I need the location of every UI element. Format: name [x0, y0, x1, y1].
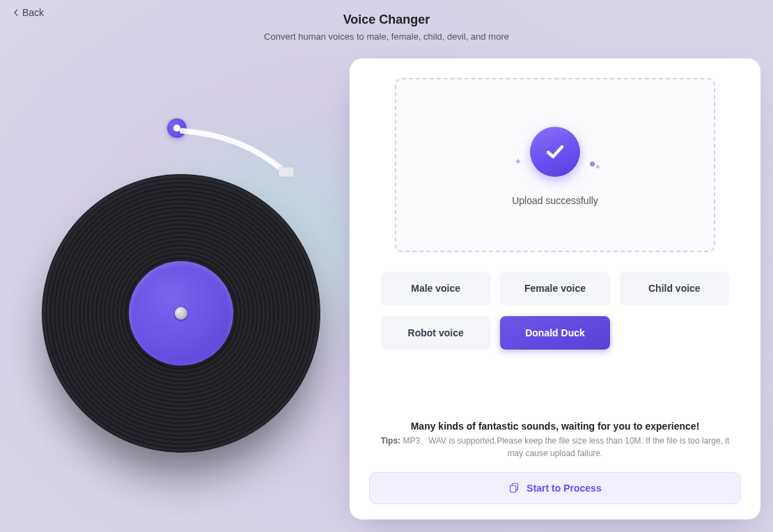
voice-option-label: Robot voice	[408, 327, 464, 338]
dot-icon	[590, 162, 595, 166]
voice-option-label: Male voice	[411, 283, 460, 294]
vinyl-illustration	[42, 104, 334, 467]
tips-label: Tips:	[381, 436, 400, 446]
promo-block: Many kinds of fantastic sounds, waiting …	[369, 421, 741, 460]
page-subtitle: Convert human voices to male, female, ch…	[0, 31, 773, 42]
tips-body: MP3、WAV is supported.Please keep the fil…	[403, 436, 729, 458]
svg-rect-2	[510, 485, 516, 492]
sparkle-icon: ✦	[514, 156, 522, 167]
promo-headline: Many kinds of fantastic sounds, waiting …	[376, 421, 734, 432]
back-button[interactable]: Back	[13, 7, 44, 18]
main-panel: ✦ Upload successfully Male voiceFemale v…	[350, 58, 760, 519]
voice-option-button[interactable]: Male voice	[381, 272, 490, 305]
vinyl-record-icon	[42, 174, 320, 453]
voice-option-button[interactable]: Robot voice	[381, 316, 490, 350]
voice-option-button[interactable]: Child voice	[620, 272, 729, 305]
voice-option-label: Donald Duck	[525, 327, 585, 338]
upload-dropzone[interactable]: ✦ Upload successfully	[395, 78, 715, 252]
page-header: Voice Changer Convert human voices to ma…	[0, 0, 773, 42]
start-process-button[interactable]: Start to Process	[369, 472, 741, 504]
voice-option-label: Female voice	[524, 283, 586, 294]
upload-status-text: Upload successfully	[512, 195, 598, 206]
page-title: Voice Changer	[0, 13, 773, 27]
upload-success-icon: ✦	[517, 124, 593, 180]
voice-option-button[interactable]: Donald Duck	[500, 316, 609, 350]
check-icon	[543, 140, 567, 164]
voice-options-grid: Male voiceFemale voiceChild voiceRobot v…	[381, 272, 729, 350]
voice-option-label: Child voice	[648, 283, 701, 294]
process-label: Start to Process	[526, 483, 601, 494]
voice-option-button[interactable]: Female voice	[500, 272, 609, 305]
svg-rect-0	[279, 167, 294, 177]
chevron-left-icon	[13, 9, 19, 16]
copy-icon	[508, 482, 521, 494]
promo-tips: Tips: MP3、WAV is supported.Please keep t…	[376, 435, 734, 460]
back-label: Back	[22, 7, 44, 18]
